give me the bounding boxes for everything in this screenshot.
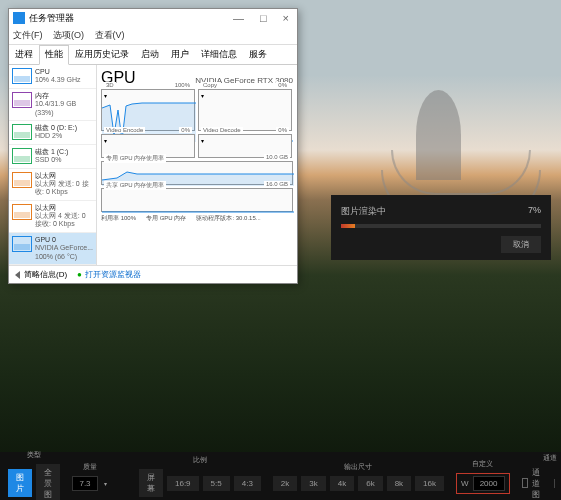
tab-services[interactable]: 服务 <box>243 45 273 64</box>
size-3k[interactable]: 3k <box>301 476 325 491</box>
size-6k[interactable]: 6k <box>358 476 382 491</box>
cancel-button[interactable]: 取消 <box>501 236 541 253</box>
size-8k[interactable]: 8k <box>387 476 411 491</box>
sidebar-item-cpu[interactable]: CPU10% 4.39 GHz <box>9 65 96 89</box>
tab-users[interactable]: 用户 <box>165 45 195 64</box>
titlebar[interactable]: 任务管理器 — □ × <box>9 9 297 27</box>
tab-processes[interactable]: 进程 <box>9 45 39 64</box>
chevron-down-icon: ▾ <box>201 93 204 99</box>
sidebar-item-ethernet0[interactable]: 以太网以太网 发送: 0 接收: 0 Kbps <box>9 169 96 201</box>
open-resource-monitor-link[interactable]: 打开资源监视器 <box>77 269 141 280</box>
chevron-down-icon: ▾ <box>201 138 204 144</box>
render-progress-dialog: 图片渲染中 7% 取消 <box>331 195 551 260</box>
fewer-details-button[interactable]: 简略信息(D) <box>24 269 67 280</box>
type-image-button[interactable]: 图片 <box>8 469 32 497</box>
tab-strip: 进程 性能 应用历史记录 启动 用户 详细信息 服务 <box>9 45 297 65</box>
width-input[interactable] <box>473 476 505 491</box>
menu-options[interactable]: 选项(O) <box>53 30 84 40</box>
size-2k[interactable]: 2k <box>273 476 297 491</box>
type-pano-button[interactable]: 全景图 <box>36 464 60 501</box>
render-label: 图片渲染中 <box>341 205 386 218</box>
window-title: 任务管理器 <box>29 12 74 25</box>
quality-label: 质量 <box>83 462 97 472</box>
maximize-button[interactable]: □ <box>256 12 271 24</box>
sidebar-item-disk0[interactable]: 磁盘 0 (D: E:)HDD 2% <box>9 121 96 145</box>
sidebar-item-ethernet1[interactable]: 以太网以太网 4 发送: 0 接收: 0 Kbps <box>9 201 96 233</box>
chevron-left-icon <box>15 271 20 279</box>
custom-label: 自定义 <box>472 459 493 469</box>
tab-details[interactable]: 详细信息 <box>195 45 243 64</box>
channel-label: 通道 <box>543 453 557 463</box>
app-icon <box>13 12 25 24</box>
width-prefix: W <box>461 479 469 488</box>
channel-checkbox[interactable] <box>522 478 528 488</box>
sidebar-item-gpu0[interactable]: GPU 0NVIDIA GeForce... 100% (66 °C) <box>9 233 96 265</box>
ratio-4-3[interactable]: 4:3 <box>234 476 261 491</box>
channel-option: 通道图 <box>532 467 544 500</box>
output-label: 输出尺寸 <box>344 462 372 472</box>
render-percent: 7% <box>528 205 541 218</box>
bottom-toolbar: 类型 图片 全景图 质量 ▾ 比例 屏幕 16:9 5:5 4:3 输出尺寸 2… <box>0 452 561 500</box>
sidebar-item-memory[interactable]: 内存10.4/31.9 GB (33%) <box>9 89 96 121</box>
menubar: 文件(F) 选项(O) 查看(V) <box>9 27 297 45</box>
task-manager-window: 任务管理器 — □ × 文件(F) 选项(O) 查看(V) 进程 性能 应用历史… <box>8 8 298 284</box>
ratio-screen[interactable]: 屏幕 <box>139 469 163 497</box>
size-4k[interactable]: 4k <box>330 476 354 491</box>
tab-app-history[interactable]: 应用历史记录 <box>69 45 135 64</box>
chevron-down-icon: ▾ <box>104 93 107 99</box>
tab-performance[interactable]: 性能 <box>39 45 69 65</box>
performance-main: GPU NVIDIA GeForce RTX 3080 3D▾ 100% Cop… <box>97 65 297 265</box>
menu-file[interactable]: 文件(F) <box>13 30 43 40</box>
ratio-5-5[interactable]: 5:5 <box>203 476 230 491</box>
graph-shared-memory[interactable]: 共享 GPU 内存使用率 16.0 GB <box>101 188 293 212</box>
menu-view[interactable]: 查看(V) <box>95 30 125 40</box>
close-button[interactable]: × <box>279 12 293 24</box>
ratio-16-9[interactable]: 16:9 <box>167 476 199 491</box>
type-label: 类型 <box>27 450 41 460</box>
graph-copy[interactable]: Copy▾ 0% <box>198 89 292 131</box>
ratio-label: 比例 <box>193 455 207 465</box>
custom-size-highlight: W <box>456 473 510 494</box>
performance-sidebar: CPU10% 4.39 GHz 内存10.4/31.9 GB (33%) 磁盘 … <box>9 65 97 265</box>
chevron-down-icon[interactable]: ▾ <box>104 480 107 487</box>
final-value: 1277 <box>554 479 561 488</box>
size-16k[interactable]: 16k <box>415 476 444 491</box>
minimize-button[interactable]: — <box>229 12 248 24</box>
chevron-down-icon: ▾ <box>104 138 107 144</box>
render-progress-bar <box>341 224 541 228</box>
tab-startup[interactable]: 启动 <box>135 45 165 64</box>
graph-3d[interactable]: 3D▾ 100% <box>101 89 195 131</box>
quality-input[interactable] <box>72 476 98 491</box>
sidebar-item-disk1[interactable]: 磁盘 1 (C:)SSD 0% <box>9 145 96 169</box>
